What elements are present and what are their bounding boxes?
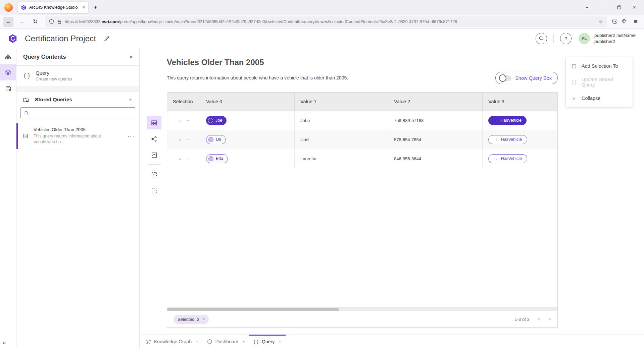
entity-circle-icon bbox=[208, 137, 213, 142]
remove-from-selection-button[interactable]: − bbox=[187, 118, 190, 123]
avatar[interactable]: PL bbox=[579, 33, 590, 44]
rail-data-model-button[interactable] bbox=[0, 48, 16, 64]
stored-query-options-icon[interactable]: ··· bbox=[128, 133, 135, 139]
lock-icon[interactable] bbox=[57, 19, 62, 24]
app-header: Certification Project ? PL publisher2 la… bbox=[0, 29, 644, 48]
menu-item-update-stored-query[interactable]: { } Update Stored Query bbox=[566, 74, 633, 90]
relationship-pill[interactable]: →HasVehicle bbox=[488, 154, 527, 163]
help-button[interactable]: ? bbox=[560, 33, 572, 44]
close-tab-icon[interactable]: × bbox=[242, 339, 245, 344]
column-header-value3: Value 3 bbox=[483, 93, 557, 111]
show-query-box-label: Show Query Box bbox=[515, 75, 552, 81]
reload-button[interactable]: ↻ bbox=[30, 17, 40, 27]
pocket-icon[interactable] bbox=[612, 19, 618, 25]
scrollbar-thumb[interactable] bbox=[167, 308, 339, 311]
show-query-box-button[interactable]: Show Query Box bbox=[495, 72, 558, 84]
show-query-box-toggle[interactable] bbox=[500, 75, 511, 81]
edit-pencil-icon[interactable] bbox=[104, 36, 110, 41]
arrow-right-icon: → bbox=[493, 118, 498, 123]
firefox-logo-icon[interactable] bbox=[4, 3, 13, 12]
remove-from-selection-button[interactable]: − bbox=[187, 156, 190, 162]
table-view-button[interactable] bbox=[147, 116, 161, 129]
relationship-pill[interactable]: →HasVehicle bbox=[488, 116, 527, 125]
map-view-button[interactable] bbox=[147, 148, 161, 162]
entity-pill[interactable]: Etta bbox=[206, 154, 228, 163]
extensions-puzzle-icon[interactable] bbox=[621, 19, 627, 25]
query-item[interactable]: { } Query Create new queries bbox=[16, 66, 139, 87]
expand-rail-icon[interactable]: » bbox=[3, 339, 6, 346]
window-minimize-button[interactable]: — bbox=[601, 5, 605, 10]
tab-knowledge-graph[interactable]: Knowledge Graph × bbox=[141, 335, 203, 348]
header-divider bbox=[553, 34, 554, 43]
collapse-section-chevron-icon[interactable] bbox=[128, 98, 133, 102]
hierarchy-icon bbox=[5, 53, 11, 59]
tab-list-chevron-icon[interactable] bbox=[585, 5, 589, 10]
rail-save-button[interactable] bbox=[0, 80, 16, 97]
add-to-selection-button[interactable]: + bbox=[179, 156, 182, 162]
selection-tool-button[interactable] bbox=[147, 184, 161, 197]
bookmark-star-icon[interactable]: ☆ bbox=[599, 19, 603, 25]
close-tab-icon[interactable]: × bbox=[196, 339, 198, 344]
tab-query[interactable]: { } Query × bbox=[249, 335, 286, 348]
cell-value: John bbox=[295, 111, 388, 130]
browser-url-bar: ← → ↻ https://dev0028833.esri.com/portal… bbox=[0, 15, 644, 29]
tab-close-icon[interactable]: × bbox=[83, 5, 85, 10]
stored-queries-search-input[interactable] bbox=[32, 110, 132, 115]
left-rail: » bbox=[0, 48, 16, 348]
forward-button[interactable]: → bbox=[17, 17, 27, 27]
menu-hamburger-icon[interactable]: ≡ bbox=[631, 17, 641, 27]
link-chart-button[interactable] bbox=[147, 132, 161, 146]
add-to-map-button[interactable] bbox=[147, 168, 161, 181]
entity-circle-icon bbox=[208, 156, 213, 161]
entity-pill[interactable]: Joe bbox=[206, 116, 227, 125]
selected-count-chip: Selected: 3 × bbox=[174, 315, 209, 324]
remove-from-selection-button[interactable]: − bbox=[187, 137, 190, 142]
add-to-selection-button[interactable]: + bbox=[179, 137, 182, 142]
knowledge-graph-icon bbox=[146, 339, 151, 344]
panel-title: Query Contents bbox=[23, 54, 130, 60]
back-button[interactable]: ← bbox=[3, 17, 13, 27]
table-row: + − Etta Lauretta 846-956-8644 →HasVehic… bbox=[167, 149, 557, 168]
tracking-shield-icon[interactable] bbox=[49, 19, 54, 24]
window-close-button[interactable]: × bbox=[633, 5, 636, 10]
menu-item-collapse[interactable]: » Collapse bbox=[566, 90, 633, 106]
column-header-value2: Value 2 bbox=[388, 93, 483, 111]
entity-circle-icon bbox=[208, 118, 213, 123]
query-result-description: This query returns information about peo… bbox=[167, 75, 348, 80]
table-empty-area bbox=[167, 168, 557, 307]
close-tab-icon[interactable]: × bbox=[279, 339, 281, 344]
toggle-knob bbox=[499, 74, 506, 82]
previous-page-button[interactable]: < bbox=[538, 316, 540, 322]
toolbar-divider bbox=[147, 164, 161, 165]
column-header-selection: Selection bbox=[167, 93, 200, 111]
url-field[interactable]: https://dev0028833.esri.com/portal/apps/… bbox=[45, 16, 607, 27]
rail-contents-button[interactable] bbox=[0, 64, 16, 80]
next-page-button[interactable]: > bbox=[548, 316, 551, 322]
dashboard-gauge-icon bbox=[207, 339, 212, 344]
menu-item-label: Add Selection To bbox=[582, 63, 618, 69]
entity-pill[interactable]: Uri bbox=[206, 135, 226, 144]
stored-queries-title: Stored Queries bbox=[35, 97, 123, 103]
menu-item-add-selection-to[interactable]: Add Selection To bbox=[566, 58, 633, 74]
search-button[interactable] bbox=[536, 33, 547, 44]
new-tab-button[interactable]: + bbox=[94, 4, 97, 11]
clear-selection-icon[interactable]: × bbox=[202, 317, 205, 322]
horizontal-scrollbar[interactable] bbox=[167, 307, 557, 311]
section-gap bbox=[16, 87, 139, 92]
stored-query-item[interactable]: Vehicles Older Than 2005 This query retu… bbox=[16, 123, 139, 149]
layers-icon bbox=[5, 69, 11, 75]
cell-value: 846-956-8644 bbox=[388, 149, 483, 168]
panel-close-icon[interactable]: × bbox=[130, 54, 133, 60]
relationship-pill[interactable]: →HasVehicle bbox=[488, 135, 527, 144]
dashed-selection-icon bbox=[151, 188, 157, 194]
browser-tab[interactable]: ArcGIS Knowledge Studio × bbox=[18, 2, 88, 13]
cell-value: Uriel bbox=[295, 130, 388, 149]
window-restore-button[interactable] bbox=[617, 5, 622, 10]
results-table: Selection Value 0 Value 1 Value 2 Value … bbox=[167, 92, 558, 328]
cell-value: 759-889-57168 bbox=[388, 111, 483, 130]
tab-dashboard[interactable]: Dashboard × bbox=[203, 335, 249, 348]
tab-label: Query bbox=[262, 339, 275, 344]
add-to-selection-button[interactable]: + bbox=[179, 118, 182, 123]
query-contents-panel: Query Contents × { } Query Create new qu… bbox=[16, 48, 140, 348]
table-footer: Selected: 3 × 1-3 of 3 < > bbox=[167, 311, 557, 327]
